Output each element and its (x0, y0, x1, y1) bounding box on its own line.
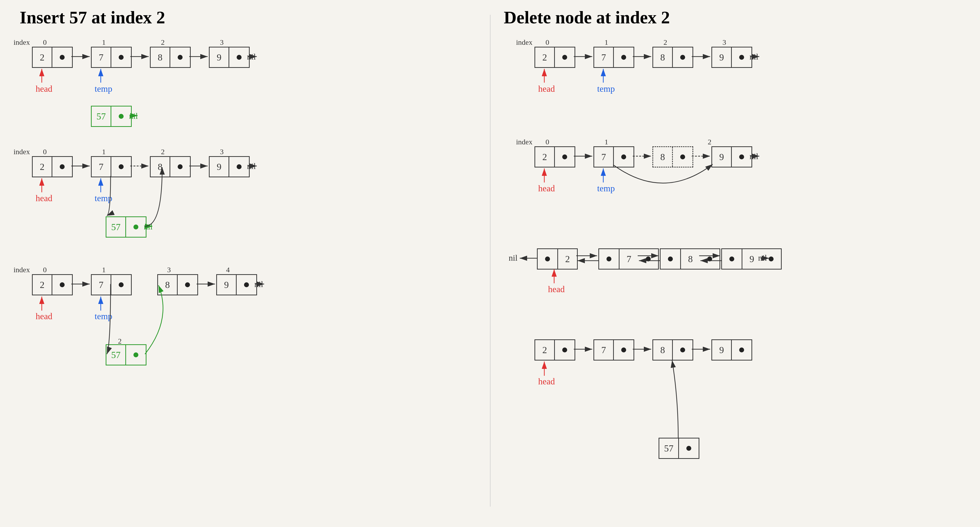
left-d3-index-label: index (14, 265, 30, 274)
left-d1-node57-standalone: 57 (91, 106, 132, 127)
right-d1-idx2: 2 (663, 38, 667, 46)
left-d3-node2: 2 (32, 274, 73, 295)
right-d4-node2-dot (562, 348, 567, 352)
left-d3-idx0: 0 (43, 265, 47, 274)
left-d1-node57-nil: nil (129, 112, 138, 121)
left-d2-node8: 8 (150, 156, 191, 177)
left-d2-node7: 7 (91, 156, 132, 177)
left-d1-node2-val: 2 (33, 48, 52, 67)
left-d1-node8-val: 8 (151, 48, 170, 67)
right-d2-node8-ptr (673, 147, 692, 167)
right-d3-nodeA-dot1 (545, 257, 550, 262)
left-d3-node2-val: 2 (33, 275, 52, 295)
left-d1-node7-val: 7 (92, 48, 111, 67)
right-d2-node2-dot (562, 155, 567, 159)
right-d3-nodeD: 9 (721, 248, 782, 270)
left-d2-node2-dot (60, 164, 65, 169)
left-d2-node9-val: 9 (210, 157, 229, 177)
right-d1-node2-dot (562, 55, 567, 60)
right-d1-idx1: 1 (605, 38, 608, 46)
right-d4-node2-ptr (555, 340, 574, 360)
right-d1-idx0: 0 (546, 38, 549, 46)
right-d4-head: head (538, 376, 555, 386)
left-d3-node57: 57 (106, 344, 146, 366)
right-d3-nodeC-val: 8 (680, 249, 700, 269)
right-d3-nodeB-dot2 (646, 257, 651, 262)
left-d1-node7-ptr (111, 48, 131, 67)
right-d3-nodeB: 7 (598, 248, 659, 270)
right-d2-idx1: 1 (605, 138, 608, 146)
right-d2-temp: temp (597, 183, 615, 193)
right-d1-node9-ptr (732, 48, 751, 67)
right-d2-idx0: 0 (546, 138, 549, 146)
right-d3-nodeC-back (660, 249, 680, 269)
right-d2-node8-dashed: 8 (652, 146, 693, 168)
left-d2-node7-ptr (111, 157, 131, 177)
left-d2-idx0: 0 (43, 147, 47, 156)
left-d3-node7-dot (119, 282, 124, 287)
right-d1-node8: 8 (652, 47, 693, 68)
right-d1-idx3: 3 (722, 38, 726, 46)
left-d2-node2-val: 2 (33, 157, 52, 177)
right-d4-node7-ptr (614, 340, 633, 360)
right-d3-nodeA-back (538, 249, 557, 269)
right-d3-nodeD-back (722, 249, 741, 269)
left-d1-idx3: 3 (220, 38, 224, 46)
left-d2-node9-ptr (229, 157, 249, 177)
left-d2-node57-dot (134, 225, 138, 230)
left-d2-idx3: 3 (220, 147, 224, 156)
right-d1-node8-ptr (673, 48, 692, 67)
right-d3-nodeC-dot1 (668, 257, 673, 262)
right-d2-node9-ptr (732, 147, 751, 167)
left-d1-node9: 9 (209, 47, 250, 68)
right-d4-node57-ptr (679, 439, 698, 458)
right-d3-nil-right: nil (758, 253, 767, 263)
left-d2-node8-ptr (170, 157, 190, 177)
right-d3-head: head (548, 284, 565, 294)
right-d4-node7: 7 (593, 339, 634, 361)
left-d1-index-label: index (14, 38, 30, 46)
left-d3-node9-val: 9 (217, 275, 237, 295)
left-d3-head: head (36, 311, 52, 321)
left-d3-idx1: 1 (102, 265, 106, 274)
left-d1-node9-val: 9 (210, 48, 229, 67)
right-d2-node2-val: 2 (535, 147, 555, 167)
right-d4-node9: 9 (711, 339, 752, 361)
right-d1-node9-val: 9 (712, 48, 732, 67)
left-d1-node2-ptr (52, 48, 72, 67)
right-d4-node57-dot (686, 446, 691, 451)
left-d3-node8: 8 (157, 274, 198, 295)
left-d2-node2: 2 (32, 156, 73, 177)
right-d1-index-label: index (516, 38, 533, 46)
right-d2-node7-val: 7 (594, 147, 614, 167)
right-d3-nodeB-fwd (638, 249, 658, 269)
left-d2-node57-ptr (126, 217, 146, 237)
right-d4-node9-val: 9 (712, 340, 732, 360)
right-d1-temp: temp (597, 84, 615, 94)
left-d2-node57-val: 57 (107, 217, 126, 237)
right-d4-node2-val: 2 (535, 340, 555, 360)
right-d1-node7-dot (621, 55, 626, 60)
right-d3-nodeD-dot1 (729, 257, 734, 262)
left-d1-node57-val: 57 (92, 107, 111, 126)
left-d2-node7-dot (119, 164, 124, 169)
left-d3-node8-dot (185, 282, 190, 287)
right-d1-node7-ptr (614, 48, 633, 67)
left-d1-idx1: 1 (102, 38, 106, 46)
left-d2-idx1: 1 (102, 147, 106, 156)
left-d3-node8-ptr (178, 275, 197, 295)
right-d2-idx2: 2 (708, 138, 711, 146)
right-d4-node8: 8 (652, 339, 693, 361)
left-d1-idx2: 2 (161, 38, 165, 46)
left-d3-node57-dot (134, 352, 138, 357)
left-d3-node9: 9 (216, 274, 257, 295)
left-d3-node57-ptr (126, 345, 146, 365)
right-d2-node2: 2 (535, 146, 575, 168)
right-d1-nil: nil (749, 52, 758, 61)
right-d2-node8-val: 8 (653, 147, 673, 167)
right-d4-node8-ptr (673, 340, 692, 360)
left-d1-node9-ptr (229, 48, 249, 67)
right-d1-node9: 9 (711, 47, 752, 68)
right-d3-nodeD-dot2 (768, 257, 773, 262)
left-d1-node2: 2 (32, 47, 73, 68)
